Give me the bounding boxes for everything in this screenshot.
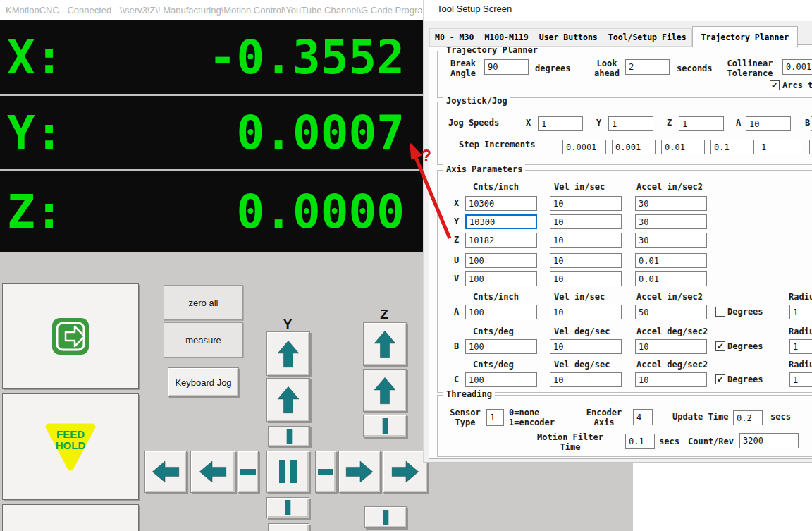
x-vel-input[interactable] bbox=[550, 196, 622, 211]
z-jog-up-fast-button[interactable] bbox=[363, 322, 407, 366]
count-rev-label: Count/Rev bbox=[688, 437, 734, 447]
step-bar-icon bbox=[383, 510, 389, 525]
break-angle-label: Break Angle bbox=[446, 59, 480, 78]
b-accel-header: Accel deg/sec2 bbox=[636, 326, 708, 336]
update-time-input[interactable] bbox=[733, 410, 763, 425]
u-vel-input[interactable] bbox=[550, 253, 622, 268]
encoder-axis-label: Encoder Axis bbox=[584, 408, 624, 427]
c-degrees-label: Degrees bbox=[727, 375, 763, 385]
c-degrees-checkbox[interactable]: ✓ bbox=[715, 374, 725, 384]
pause-button[interactable] bbox=[266, 451, 309, 493]
v-vel-input[interactable] bbox=[550, 271, 622, 286]
jog-speed-x-label: X bbox=[526, 118, 531, 128]
jog-speed-x-input[interactable] bbox=[538, 116, 583, 131]
x-accel-input[interactable] bbox=[635, 196, 707, 211]
arrow-right-icon bbox=[345, 460, 374, 483]
x-cnts-input[interactable] bbox=[465, 196, 537, 211]
y-vel-input[interactable] bbox=[550, 214, 622, 229]
z-jog-up-button[interactable] bbox=[363, 369, 407, 412]
axis-y-label: Y bbox=[454, 217, 459, 227]
z-vel-input[interactable] bbox=[550, 233, 622, 248]
a-cnts-input[interactable] bbox=[465, 305, 537, 319]
dro-display: X: -0.3552 Y: 0.0007 Z: 0.0000 bbox=[0, 20, 423, 252]
jog-speed-z-input[interactable] bbox=[679, 116, 724, 131]
collinear-tolerance-input[interactable] bbox=[782, 59, 812, 75]
u-cnts-input[interactable] bbox=[465, 253, 537, 268]
jog-speeds-label: Jog Speeds bbox=[448, 118, 499, 128]
jog-speed-a-label: A bbox=[736, 118, 741, 128]
b-degrees-checkbox[interactable]: ✓ bbox=[715, 341, 725, 351]
feed-hold-icon: FEED HOLD bbox=[44, 423, 97, 471]
y-jog-step-down-button[interactable] bbox=[266, 497, 309, 518]
a-degrees-label: Degrees bbox=[727, 307, 763, 317]
y-jog-up-fast-button[interactable] bbox=[266, 331, 310, 376]
encoder-axis-input[interactable] bbox=[633, 409, 653, 425]
bottom-left-partial-button[interactable] bbox=[2, 504, 139, 531]
x-jog-left-fast-button[interactable] bbox=[144, 451, 187, 493]
c-vel-input[interactable] bbox=[550, 372, 622, 387]
u-accel-input[interactable] bbox=[635, 253, 707, 268]
a-radius-input[interactable] bbox=[789, 305, 812, 319]
step-increment-4-input[interactable] bbox=[710, 140, 754, 154]
motion-filter-input[interactable] bbox=[625, 434, 655, 449]
break-angle-input[interactable] bbox=[484, 59, 529, 75]
y-accel-input[interactable] bbox=[635, 214, 707, 229]
b-cnts-input[interactable] bbox=[465, 339, 537, 354]
y-jog-up-button[interactable] bbox=[266, 378, 310, 422]
c-accel-input[interactable] bbox=[635, 372, 707, 387]
v-cnts-input[interactable] bbox=[465, 271, 537, 286]
y-jog-step-up-button[interactable] bbox=[268, 426, 310, 447]
a-vel-input[interactable] bbox=[550, 305, 622, 319]
step-increment-3-input[interactable] bbox=[661, 140, 705, 154]
x-jog-right-fast-button[interactable] bbox=[383, 451, 428, 493]
b-cnts-header: Cnts/deg bbox=[473, 326, 514, 336]
step-increment-6-input[interactable] bbox=[809, 140, 812, 154]
tab-user-buttons[interactable]: User Buttons bbox=[534, 28, 603, 47]
c-cnts-input[interactable] bbox=[465, 372, 537, 387]
z-accel-input[interactable] bbox=[635, 233, 707, 248]
x-jog-right-button[interactable] bbox=[338, 451, 381, 493]
tab-m0-m30[interactable]: M0 - M30 bbox=[429, 28, 479, 47]
z-jog-step-up-button[interactable] bbox=[363, 415, 407, 437]
motion-filter-label: Motion Filter Time bbox=[531, 433, 610, 452]
step-minus-icon bbox=[240, 469, 256, 475]
keyboard-jog-button[interactable]: Keyboard Jog bbox=[168, 367, 239, 397]
vel-header: Vel in/sec bbox=[554, 182, 605, 192]
c-radius-input[interactable] bbox=[789, 372, 812, 387]
sensor-type-input[interactable] bbox=[486, 409, 504, 426]
v-accel-input[interactable] bbox=[635, 271, 707, 286]
arcs-to-segments-checkbox[interactable]: ✓ bbox=[770, 80, 780, 90]
b-radius-header: Radius bbox=[789, 326, 812, 336]
x-jog-left-button[interactable] bbox=[190, 451, 235, 493]
x-jog-step-right-button[interactable] bbox=[315, 451, 336, 493]
joystick-jog-group: Joystick/Jog Jog Speeds X Y Z A B Step I… bbox=[437, 102, 812, 165]
y-jog-down-partial-button[interactable] bbox=[268, 523, 309, 531]
z-jog-step-down-button[interactable] bbox=[364, 506, 407, 528]
b-radius-input[interactable] bbox=[789, 339, 812, 354]
z-cnts-input[interactable] bbox=[465, 233, 537, 248]
measure-button[interactable]: measure bbox=[164, 322, 243, 358]
tab-trajectory-planner[interactable]: Trajectory Planner bbox=[692, 26, 799, 47]
a-degrees-checkbox[interactable] bbox=[715, 307, 725, 317]
feed-hold-button[interactable]: FEED HOLD bbox=[2, 393, 139, 500]
x-jog-step-left-button[interactable] bbox=[238, 451, 259, 493]
tab-tool-setup-files[interactable]: Tool/Setup Files bbox=[603, 28, 692, 47]
jog-speed-y-label: Y bbox=[596, 118, 601, 128]
step-increment-2-input[interactable] bbox=[612, 140, 656, 154]
joystick-jog-legend: Joystick/Jog bbox=[443, 96, 510, 106]
jog-speed-a-input[interactable] bbox=[746, 116, 791, 131]
zero-all-button[interactable]: zero all bbox=[164, 285, 243, 320]
step-increment-1-input[interactable] bbox=[562, 140, 606, 154]
jog-speed-y-input[interactable] bbox=[608, 116, 653, 131]
gcode-run-button[interactable] bbox=[2, 283, 139, 389]
y-cnts-input[interactable] bbox=[465, 214, 537, 229]
tab-m100-m119[interactable]: M100-M119 bbox=[479, 28, 534, 47]
a-accel-input[interactable] bbox=[635, 305, 707, 319]
count-rev-input[interactable] bbox=[739, 433, 799, 448]
break-angle-unit: degrees bbox=[535, 64, 571, 74]
step-increment-5-input[interactable] bbox=[758, 140, 801, 154]
look-ahead-input[interactable] bbox=[625, 59, 670, 75]
dro-x-label: X: bbox=[7, 30, 63, 85]
b-accel-input[interactable] bbox=[635, 339, 707, 354]
b-vel-input[interactable] bbox=[550, 339, 622, 354]
